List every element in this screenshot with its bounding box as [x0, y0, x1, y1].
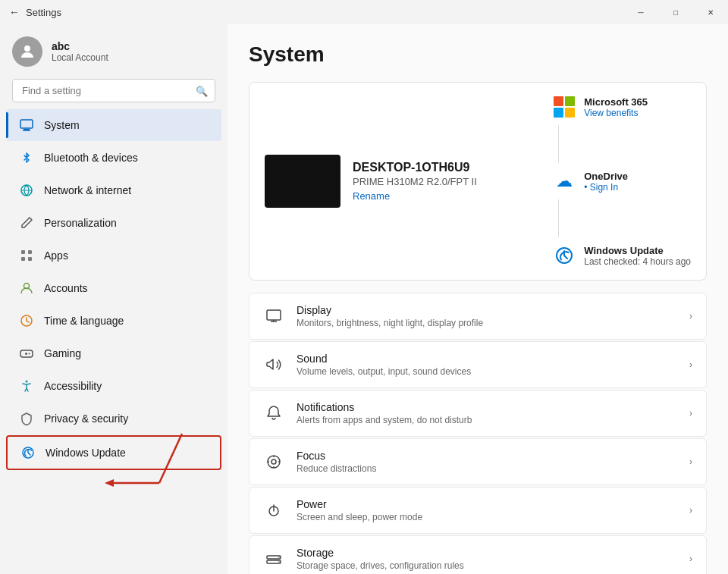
sound-title: Sound — [297, 353, 677, 365]
chevron-icon2: › — [689, 359, 692, 370]
quick-link-wu[interactable]: Windows Update Last checked: 4 hours ago — [552, 243, 691, 268]
setting-focus[interactable]: Focus Reduce distractions › — [249, 438, 707, 485]
sidebar-item-personalization[interactable]: Personalization — [6, 207, 221, 239]
display-title: Display — [297, 304, 677, 316]
svg-rect-5 — [21, 250, 25, 254]
power-text: Power Screen and sleep, power mode — [297, 498, 677, 522]
svg-rect-8 — [28, 257, 32, 261]
ms365-text: Microsoft 365 View benefits — [584, 96, 648, 118]
sidebar-item-label-network: Network & internet — [44, 184, 131, 196]
divider — [558, 125, 559, 163]
setting-storage[interactable]: Storage Storage space, drives, configura… — [249, 535, 707, 574]
onedrive-text: OneDrive • Sign In — [584, 171, 628, 193]
back-button[interactable]: ← — [9, 6, 20, 18]
username: abc — [52, 40, 108, 52]
setting-notifications[interactable]: Notifications Alerts from apps and syste… — [249, 390, 707, 437]
sound-desc: Volume levels, output, input, sound devi… — [297, 366, 677, 377]
svg-point-33 — [278, 561, 280, 563]
power-desc: Screen and sleep, power mode — [297, 512, 677, 522]
sidebar-item-network[interactable]: Network & internet — [6, 174, 221, 206]
svg-rect-20 — [267, 310, 281, 320]
sidebar-item-label-privacy: Privacy & security — [44, 412, 128, 425]
sound-text: Sound Volume levels, output, input, soun… — [297, 353, 677, 377]
close-button[interactable]: ✕ — [693, 0, 728, 24]
search-box: 🔍 — [12, 79, 215, 102]
svg-point-14 — [29, 353, 30, 355]
sidebar-item-privacy[interactable]: Privacy & security — [6, 403, 221, 434]
pc-image — [265, 155, 340, 208]
network-icon — [18, 182, 35, 199]
system-info-card: DESKTOP-1OTH6U9 PRIME H310M2 R2.0/FPT II… — [249, 82, 707, 281]
wu-quick-title: Windows Update — [584, 245, 691, 256]
chevron-icon5: › — [689, 505, 692, 516]
sidebar: abc Local Account 🔍 System — [0, 24, 228, 471]
time-icon — [18, 312, 35, 329]
app-body: abc Local Account 🔍 System — [0, 24, 728, 574]
titlebar-left: ← Settings — [9, 6, 61, 18]
svg-point-0 — [24, 45, 30, 52]
svg-point-15 — [26, 381, 28, 383]
sidebar-item-label-accessibility: Accessibility — [44, 380, 102, 392]
system-icon — [18, 117, 35, 133]
sidebar-item-label-windows-update: Windows Update — [46, 447, 126, 459]
display-desc: Monitors, brightness, night light, displ… — [297, 318, 677, 328]
svg-point-23 — [268, 456, 280, 468]
minimize-button[interactable]: ─ — [623, 0, 658, 24]
pc-name: DESKTOP-1OTH6U9 — [353, 161, 540, 174]
page-title: System — [249, 42, 707, 67]
sidebar-item-windows-update[interactable]: Windows Update — [6, 435, 221, 470]
sidebar-item-gaming[interactable]: Gaming — [6, 337, 221, 369]
onedrive-title: OneDrive — [584, 171, 628, 182]
storage-icon — [263, 548, 284, 569]
sidebar-item-system[interactable]: System — [6, 109, 221, 141]
sidebar-item-accounts[interactable]: Accounts — [6, 272, 221, 304]
search-input[interactable] — [12, 79, 215, 102]
power-icon — [263, 500, 284, 521]
settings-list: Display Monitors, brightness, night ligh… — [249, 293, 707, 574]
storage-desc: Storage space, drives, configuration rul… — [297, 560, 677, 571]
setting-sound[interactable]: Sound Volume levels, output, input, soun… — [249, 341, 707, 388]
focus-title: Focus — [297, 450, 677, 462]
svg-point-32 — [278, 557, 280, 558]
notifications-icon — [263, 403, 284, 424]
sidebar-item-bluetooth[interactable]: Bluetooth & devices — [6, 142, 221, 174]
power-title: Power — [297, 498, 677, 510]
bluetooth-icon — [18, 149, 35, 166]
pc-details: DESKTOP-1OTH6U9 PRIME H310M2 R2.0/FPT II… — [353, 161, 540, 202]
onedrive-icon: ☁ — [552, 169, 576, 193]
sidebar-item-accessibility[interactable]: Accessibility — [6, 370, 221, 402]
display-icon — [263, 306, 284, 327]
sidebar-nav: System Bluetooth & devices Network & int… — [0, 108, 228, 471]
sidebar-item-label-personalization: Personalization — [44, 217, 117, 229]
search-icon: 🔍 — [196, 85, 208, 96]
rename-link[interactable]: Rename — [353, 190, 540, 202]
user-info: abc Local Account — [52, 40, 108, 63]
ms365-title: Microsoft 365 — [584, 96, 648, 108]
maximize-button[interactable]: □ — [658, 0, 693, 24]
sidebar-item-time[interactable]: Time & language — [6, 305, 221, 337]
chevron-icon3: › — [689, 408, 692, 419]
svg-point-24 — [271, 460, 276, 464]
notifications-title: Notifications — [297, 401, 677, 413]
personalization-icon — [18, 215, 35, 231]
sidebar-item-label-time: Time & language — [44, 315, 124, 327]
main-content: System DESKTOP-1OTH6U9 PRIME H310M2 R2.0… — [228, 24, 728, 574]
storage-title: Storage — [297, 547, 677, 559]
sidebar-item-apps[interactable]: Apps — [6, 240, 221, 271]
gaming-icon — [18, 345, 35, 362]
user-section: abc Local Account — [0, 24, 228, 76]
quick-link-onedrive[interactable]: ☁ OneDrive • Sign In — [552, 169, 691, 193]
sidebar-item-label-system: System — [44, 119, 80, 131]
focus-icon — [263, 451, 284, 472]
avatar — [12, 36, 42, 67]
quick-link-ms365[interactable]: Microsoft 365 View benefits — [552, 95, 691, 119]
apps-icon — [18, 247, 35, 264]
setting-power[interactable]: Power Screen and sleep, power mode › — [249, 487, 707, 534]
app-title: Settings — [26, 7, 61, 18]
setting-display[interactable]: Display Monitors, brightness, night ligh… — [249, 293, 707, 340]
quick-links: Microsoft 365 View benefits ☁ OneDrive •… — [552, 95, 691, 268]
chevron-icon: › — [689, 311, 692, 322]
notifications-desc: Alerts from apps and system, do not dist… — [297, 415, 677, 425]
privacy-icon — [18, 410, 35, 427]
windows-update-icon — [20, 444, 36, 461]
